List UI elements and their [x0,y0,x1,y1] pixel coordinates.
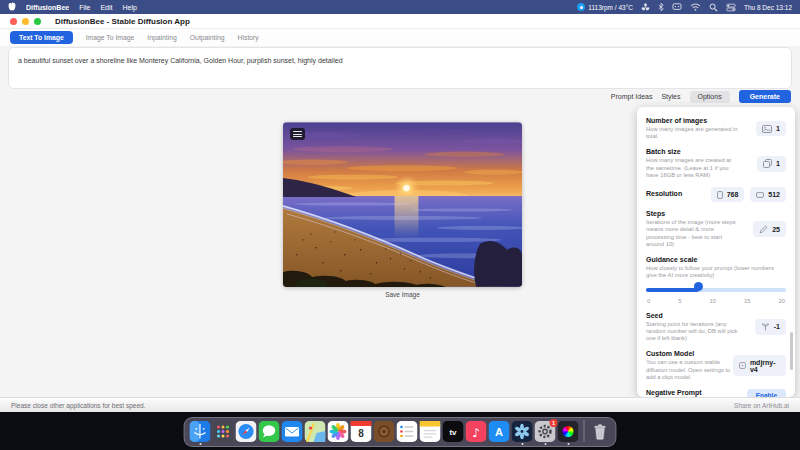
image-menu-button[interactable] [290,128,305,140]
prompt-input[interactable]: a beautiful sunset over a shoreline like… [8,47,792,89]
zoom-window-button[interactable] [34,18,41,25]
guidance-slider[interactable] [646,285,786,295]
close-window-button[interactable] [10,18,17,25]
slider-track [646,288,786,292]
running-indicator [199,443,201,445]
dock-separator [584,420,585,442]
dock-color-wheel-app[interactable] [558,421,579,442]
resolution-height-input[interactable]: 512 [750,187,786,202]
share-arthub-link[interactable]: Share on ArtHub.ai [734,402,789,409]
panel-scrollbar[interactable] [790,332,793,370]
prompt-ideas-button[interactable]: Prompt Ideas [611,93,653,100]
dock-music[interactable]: ♪ [466,421,487,442]
wifi-icon[interactable] [690,3,701,11]
dock-launchpad[interactable] [213,421,234,442]
custom-model-input[interactable]: mdjrny-v4 [733,355,786,376]
minimize-window-button[interactable] [22,18,29,25]
save-image-button[interactable]: Save Image [283,291,522,298]
settings-badge: 1 [550,419,558,427]
custom-model-value: mdjrny-v4 [750,359,780,373]
status-message: Please close other applications for best… [11,402,145,409]
tab-image-to-image[interactable]: Image To Image [86,34,135,41]
option-guidance-scale: Guidance scale How closely to follow you… [646,256,786,303]
dock-trash[interactable] [590,421,611,442]
dock-notes[interactable] [420,421,441,442]
istat-icon [577,3,585,11]
dock-finder[interactable] [190,421,211,442]
options-button[interactable]: Options [690,91,730,103]
seed-input[interactable]: -1 [755,319,786,335]
batch-size-input[interactable]: 1 [757,156,786,172]
steps-input[interactable]: 25 [753,221,786,237]
tab-outpainting[interactable]: Outpainting [190,34,225,41]
number-of-images-input[interactable]: 1 [756,121,786,136]
negative-prompt-enable-button[interactable]: Enable [747,389,786,397]
istat-text: 1113rpm / 43°C [588,4,633,11]
number-of-images-title: Number of images [646,117,740,124]
running-indicator [544,443,546,445]
number-of-images-value: 1 [776,125,780,132]
running-indicator [567,443,569,445]
bluetooth-icon[interactable] [658,2,664,12]
resolution-width-input[interactable]: 768 [711,187,745,202]
slider-fill [646,288,699,292]
resolution-height-value: 512 [768,191,780,198]
tick-20: 20 [779,298,785,304]
styles-button[interactable]: Styles [661,93,680,100]
resolution-title: Resolution [646,190,682,197]
dock: 8 tv ♪ A [184,417,617,447]
landscape-rect-icon [756,192,764,198]
search-icon[interactable] [709,3,718,12]
menubar-file[interactable]: File [79,4,90,11]
dock-apple-tv[interactable]: tv [443,421,464,442]
fan-icon[interactable] [641,3,650,12]
calendar-day: 8 [358,428,364,439]
menubar-edit[interactable]: Edit [100,4,112,11]
seedling-icon [761,322,770,331]
option-resolution: Resolution 768 512 [646,187,786,202]
slider-thumb[interactable] [694,282,703,291]
pencil-icon [759,225,768,234]
image-icon [762,125,772,133]
dock-safari[interactable] [236,421,257,442]
seed-value: -1 [774,323,780,330]
control-center-icon[interactable] [726,3,736,12]
tab-text-to-image[interactable]: Text To Image [10,31,73,44]
guidance-desc: How closely to follow your prompt (lower… [646,265,784,279]
steps-desc: Iterations of the image (more steps mean… [646,219,740,248]
option-number-of-images: Number of images How many images are gen… [646,117,786,140]
dock-photos[interactable] [328,421,349,442]
dock-diffusionbee[interactable] [512,421,533,442]
statusbar: Please close other applications for best… [0,397,800,412]
negative-prompt-title: Negative Prompt [646,389,740,396]
tick-0: 0 [647,298,650,304]
dock-photo-booth[interactable] [374,421,395,442]
tab-history[interactable]: History [238,34,259,41]
tick-15: 15 [744,298,750,304]
dock-maps[interactable] [305,421,326,442]
tab-inpainting[interactable]: Inpainting [147,34,176,41]
custom-model-desc: You can use a custom stable diffusion mo… [646,359,733,381]
dock-mail[interactable] [282,421,303,442]
istat-widget[interactable]: 1113rpm / 43°C [577,3,633,11]
dock-calendar[interactable]: 8 [351,421,372,442]
dock-system-settings[interactable]: 1 [535,421,556,442]
dock-app-store[interactable]: A [489,421,510,442]
menubar-help[interactable]: Help [123,4,137,11]
apple-logo-icon[interactable] [8,2,16,12]
color-wheel-icon [563,426,574,437]
desktop: 8 tv ♪ A [0,412,800,450]
dock-messages[interactable] [259,421,280,442]
generate-button[interactable]: Generate [739,90,791,103]
display-icon[interactable] [672,3,682,11]
menubar-app-name[interactable]: DiffusionBee [26,4,69,11]
model-cube-icon [739,362,746,369]
batch-size-title: Batch size [646,148,740,155]
generated-image[interactable] [283,122,522,287]
steps-title: Steps [646,210,740,217]
steps-value: 25 [772,226,780,233]
music-note-glyph: ♪ [472,425,480,439]
option-batch-size: Batch size How many images are created a… [646,148,786,179]
menubar-clock[interactable]: Thu 8 Dec 13:12 [744,4,792,11]
dock-reminders[interactable] [397,421,418,442]
